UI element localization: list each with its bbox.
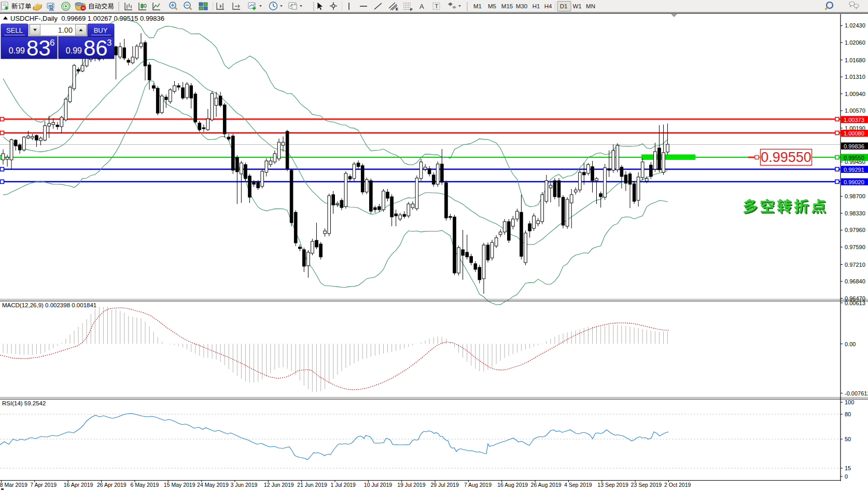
svg-text:RSI(14) 59.2542: RSI(14) 59.2542	[2, 400, 46, 406]
svg-text:15 May 2019: 15 May 2019	[164, 482, 195, 488]
svg-text:6 May 2019: 6 May 2019	[130, 482, 159, 488]
svg-text:SELL: SELL	[6, 26, 23, 34]
svg-text:15: 15	[845, 465, 851, 471]
svg-text:1.00940: 1.00940	[845, 91, 865, 97]
svg-text:1.02060: 1.02060	[845, 39, 865, 46]
svg-text:6: 6	[50, 38, 54, 48]
svg-text:0: 0	[845, 473, 848, 480]
svg-text:7 Apr 2019: 7 Apr 2019	[30, 482, 57, 488]
svg-text:1.00080: 1.00080	[844, 130, 864, 137]
svg-text:2 Oct 2019: 2 Oct 2019	[664, 482, 691, 488]
svg-text:M5: M5	[488, 3, 496, 9]
svg-text:F: F	[410, 7, 413, 12]
svg-text:0.99550: 0.99550	[844, 155, 864, 161]
svg-text:1.00: 1.00	[58, 26, 73, 34]
svg-text:0.97590: 0.97590	[845, 244, 865, 250]
svg-text:50: 50	[845, 436, 851, 442]
svg-text:1.01310: 1.01310	[845, 74, 865, 80]
svg-text:12 Jun 2019: 12 Jun 2019	[264, 482, 294, 488]
svg-text:29 Jul 2019: 29 Jul 2019	[431, 482, 459, 488]
svg-text:USDCHF-,Daily 0.99669 1.00267: USDCHF-,Daily 0.99669 1.00267 0.99515 0.…	[10, 15, 164, 22]
svg-text:23 Sep 2019: 23 Sep 2019	[631, 482, 662, 488]
svg-text:W1: W1	[572, 3, 581, 9]
svg-text:100: 100	[845, 399, 854, 405]
svg-text:1.00373: 1.00373	[844, 117, 864, 123]
svg-text:MN: MN	[586, 3, 595, 9]
svg-text:0.99291: 0.99291	[844, 167, 864, 173]
svg-text:1 Jul 2019: 1 Jul 2019	[331, 482, 356, 488]
svg-text:28 Mar 2019: 28 Mar 2019	[0, 482, 27, 488]
svg-text:E: E	[396, 7, 398, 11]
svg-text:M30: M30	[516, 3, 527, 9]
svg-text:16 Apr 2019: 16 Apr 2019	[64, 482, 93, 488]
svg-text:19 Jul 2019: 19 Jul 2019	[397, 482, 425, 488]
svg-text:A: A	[419, 3, 424, 10]
svg-text:0.00613: 0.00613	[845, 300, 865, 306]
svg-text:0.97960: 0.97960	[845, 227, 865, 233]
svg-text:80: 80	[845, 411, 851, 417]
svg-text:H4: H4	[544, 3, 552, 9]
svg-text:BUY: BUY	[94, 26, 108, 34]
svg-text:0.98700: 0.98700	[845, 193, 865, 199]
svg-text:16 Aug 2019: 16 Aug 2019	[497, 482, 528, 488]
svg-text:0.99: 0.99	[9, 46, 25, 55]
svg-text:83: 83	[26, 36, 51, 60]
svg-text:0.98330: 0.98330	[845, 210, 865, 216]
svg-text:1.00570: 1.00570	[845, 107, 865, 114]
svg-text:0.99836: 0.99836	[844, 143, 864, 149]
svg-text:4 Sep 2019: 4 Sep 2019	[564, 482, 592, 488]
svg-text:-0.007612: -0.007612	[845, 390, 868, 397]
svg-text:M15: M15	[501, 3, 513, 9]
svg-text:0.00: 0.00	[845, 341, 856, 347]
svg-text:10 Jul 2019: 10 Jul 2019	[364, 482, 392, 488]
svg-text:1.01680: 1.01680	[845, 57, 865, 63]
svg-text:13 Sep 2019: 13 Sep 2019	[597, 482, 628, 488]
svg-text:3 Jun 2019: 3 Jun 2019	[230, 482, 257, 488]
svg-text:21 Jun 2019: 21 Jun 2019	[297, 482, 327, 488]
svg-text:24 May 2019: 24 May 2019	[197, 482, 229, 488]
svg-text:0.99: 0.99	[66, 46, 82, 55]
svg-text:7 Aug 2019: 7 Aug 2019	[464, 482, 492, 488]
svg-text:0.99020: 0.99020	[844, 179, 864, 185]
svg-text:1.02430: 1.02430	[845, 22, 865, 29]
svg-text:26 Apr 2019: 26 Apr 2019	[97, 482, 127, 488]
svg-text:M1: M1	[473, 3, 482, 9]
svg-text:0.99550: 0.99550	[761, 149, 811, 165]
svg-text:26 Aug 2019: 26 Aug 2019	[531, 482, 562, 488]
svg-text:H1: H1	[533, 3, 540, 9]
svg-text:3: 3	[107, 38, 111, 48]
svg-text:T: T	[435, 3, 439, 9]
svg-text:0.96840: 0.96840	[845, 278, 865, 284]
svg-text:D1: D1	[560, 3, 568, 9]
svg-text:MACD(12,26,9) 0.002398 0.00184: MACD(12,26,9) 0.002398 0.001841	[2, 302, 96, 308]
svg-text:86: 86	[83, 36, 108, 60]
svg-text:0.97210: 0.97210	[845, 262, 865, 268]
